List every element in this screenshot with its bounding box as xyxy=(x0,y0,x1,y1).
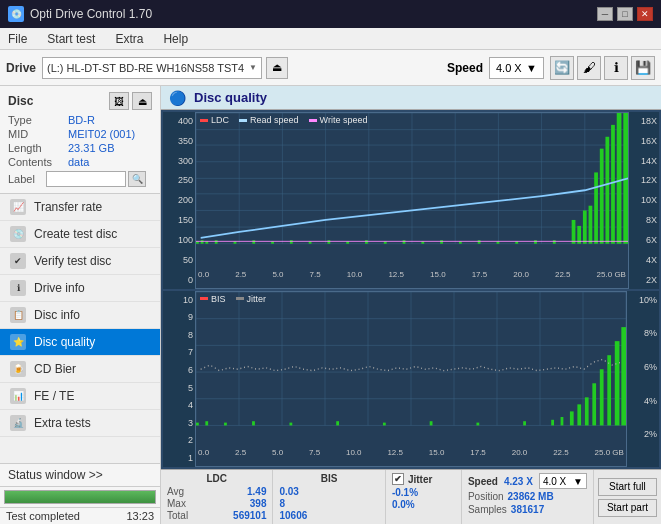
menu-file[interactable]: File xyxy=(4,31,31,47)
info-icon: ℹ xyxy=(614,60,619,75)
stats-ldc-avg-value: 1.49 xyxy=(247,486,266,497)
sidebar-item-label-disc-info: Disc info xyxy=(34,308,80,322)
svg-rect-25 xyxy=(252,240,255,244)
chart1-y-labels-left: 400 350 300 250 200 150 100 50 0 xyxy=(163,112,195,289)
drive-select-area: (L:) HL-DT-ST BD-RE WH16NS58 TST4 ▼ ⏏ xyxy=(42,57,441,79)
svg-rect-88 xyxy=(621,327,626,425)
menu-start-test[interactable]: Start test xyxy=(43,31,99,47)
settings-button[interactable]: 🖌 xyxy=(577,56,601,80)
stats-jitter-avg-row: -0.1% xyxy=(392,487,455,498)
close-button[interactable]: ✕ xyxy=(637,7,653,21)
disc-label-row: Label 🔍 xyxy=(8,171,152,187)
maximize-button[interactable]: □ xyxy=(617,7,633,21)
y-label-50: 50 xyxy=(165,255,193,265)
svg-rect-46 xyxy=(594,172,598,243)
svg-rect-45 xyxy=(589,206,593,244)
sidebar-item-create-test-disc[interactable]: 💿 Create test disc xyxy=(0,221,160,248)
stats-avg-label: Avg xyxy=(167,486,184,497)
speed-value: 4.0 X xyxy=(496,62,522,74)
sidebar-item-drive-info[interactable]: ℹ Drive info xyxy=(0,275,160,302)
svg-rect-76 xyxy=(430,421,433,425)
chart1-y-labels-right: 18X 16X 14X 12X 10X 8X 6X 4X 2X xyxy=(629,112,659,289)
disc-icon-btn-1[interactable]: 🖼 xyxy=(109,92,129,110)
svg-rect-35 xyxy=(440,240,443,244)
content-area: 🔵 Disc quality 400 350 300 250 200 150 1… xyxy=(161,86,661,524)
disc-header: Disc 🖼 ⏏ xyxy=(8,92,152,110)
disc-mid-label: MID xyxy=(8,128,68,140)
jitter-checkbox[interactable]: ✔ xyxy=(392,473,404,485)
chart1-x-axis: 0.0 2.5 5.0 7.5 10.0 12.5 15.0 17.5 20.0… xyxy=(196,270,628,288)
svg-rect-77 xyxy=(476,422,479,425)
sidebar-item-disc-info[interactable]: 📋 Disc info xyxy=(0,302,160,329)
sidebar-item-cd-bier[interactable]: 🍺 CD Bier xyxy=(0,356,160,383)
speed-stats-dropdown[interactable]: 4.0 X ▼ xyxy=(539,473,587,489)
sidebar-item-extra-tests[interactable]: 🔬 Extra tests xyxy=(0,410,160,437)
disc-title: Disc xyxy=(8,94,33,108)
start-part-button[interactable]: Start part xyxy=(598,499,657,517)
sidebar-item-fe-te[interactable]: 📊 FE / TE xyxy=(0,383,160,410)
y2-label-2: 2 xyxy=(165,435,193,445)
svg-rect-85 xyxy=(600,369,604,425)
chart2-y-labels-left: 10 9 8 7 6 5 4 3 2 1 xyxy=(163,291,195,468)
disc-icon-btn-2[interactable]: ⏏ xyxy=(132,92,152,110)
write-legend-label: Write speed xyxy=(320,115,368,125)
stats-bis-avg-value: 0.03 xyxy=(279,486,298,497)
position-row: Position 23862 MB xyxy=(468,491,587,502)
cd-bier-icon: 🍺 xyxy=(10,361,26,377)
x2-label-22-5: 22.5 xyxy=(553,448,569,466)
x2-label-20-0: 20.0 xyxy=(512,448,528,466)
svg-rect-29 xyxy=(327,240,330,244)
x2-label-5-0: 5.0 xyxy=(272,448,283,466)
x-label-2-5: 2.5 xyxy=(235,270,246,288)
save-icon: 💾 xyxy=(635,60,651,75)
y-right-8x: 8X xyxy=(631,215,657,225)
svg-rect-71 xyxy=(224,422,227,425)
bis-legend-dot xyxy=(200,297,208,300)
stats-ldc-max-value: 398 xyxy=(250,498,267,509)
x-label-22-5: 22.5 xyxy=(555,270,571,288)
svg-rect-79 xyxy=(551,419,554,425)
x-label-12-5: 12.5 xyxy=(388,270,404,288)
stats-bis-data: 0.03 8 10606 xyxy=(279,486,378,521)
chart1-legend: LDC Read speed Write speed xyxy=(200,115,367,125)
disc-contents-label: Contents xyxy=(8,156,68,168)
disc-label-input[interactable] xyxy=(46,171,126,187)
drive-dropdown[interactable]: (L:) HL-DT-ST BD-RE WH16NS58 TST4 ▼ xyxy=(42,57,262,79)
svg-rect-83 xyxy=(585,397,589,425)
stats-bis-max-row: 8 xyxy=(279,498,378,509)
y2-label-9: 9 xyxy=(165,312,193,322)
menu-extra[interactable]: Extra xyxy=(111,31,147,47)
jitter-header-label: Jitter xyxy=(408,474,432,485)
toolbar-icons: 🔄 🖌 ℹ 💾 xyxy=(550,56,655,80)
status-window-button[interactable]: Status window >> xyxy=(0,463,160,486)
svg-rect-87 xyxy=(615,341,620,425)
menu-help[interactable]: Help xyxy=(159,31,192,47)
stats-btn-col: Start full Start part xyxy=(594,470,661,524)
y-right-2x: 2X xyxy=(631,275,657,285)
position-label: Position xyxy=(468,491,504,502)
sidebar-item-disc-quality[interactable]: ⭐ Disc quality xyxy=(0,329,160,356)
speed-dropdown[interactable]: 4.0 X ▼ xyxy=(489,57,544,79)
drive-info-icon: ℹ xyxy=(10,280,26,296)
info-button[interactable]: ℹ xyxy=(604,56,628,80)
y-right-6x: 6X xyxy=(631,235,657,245)
eject-button[interactable]: ⏏ xyxy=(266,57,288,79)
refresh-button[interactable]: 🔄 xyxy=(550,56,574,80)
legend-read-speed: Read speed xyxy=(239,115,299,125)
chart2-legend: BIS Jitter xyxy=(200,294,266,304)
eject-icon: ⏏ xyxy=(272,61,282,74)
disc-label-search-btn[interactable]: 🔍 xyxy=(128,171,146,187)
sidebar-item-label-create-test-disc: Create test disc xyxy=(34,227,117,241)
svg-rect-81 xyxy=(570,411,574,425)
disc-eject-icon: ⏏ xyxy=(138,96,147,107)
sidebar-item-transfer-rate[interactable]: 📈 Transfer rate xyxy=(0,194,160,221)
save-button[interactable]: 💾 xyxy=(631,56,655,80)
stats-ldc-total-value: 569101 xyxy=(233,510,266,521)
stats-ldc-col: LDC Avg 1.49 Max 398 Total 569101 xyxy=(161,470,272,524)
y-right-16x: 16X xyxy=(631,136,657,146)
start-full-button[interactable]: Start full xyxy=(598,478,657,496)
sidebar-item-verify-test-disc[interactable]: ✔ Verify test disc xyxy=(0,248,160,275)
disc-quality-header: 🔵 Disc quality xyxy=(161,86,661,110)
minimize-button[interactable]: ─ xyxy=(597,7,613,21)
disc-quality-title: Disc quality xyxy=(194,90,267,105)
